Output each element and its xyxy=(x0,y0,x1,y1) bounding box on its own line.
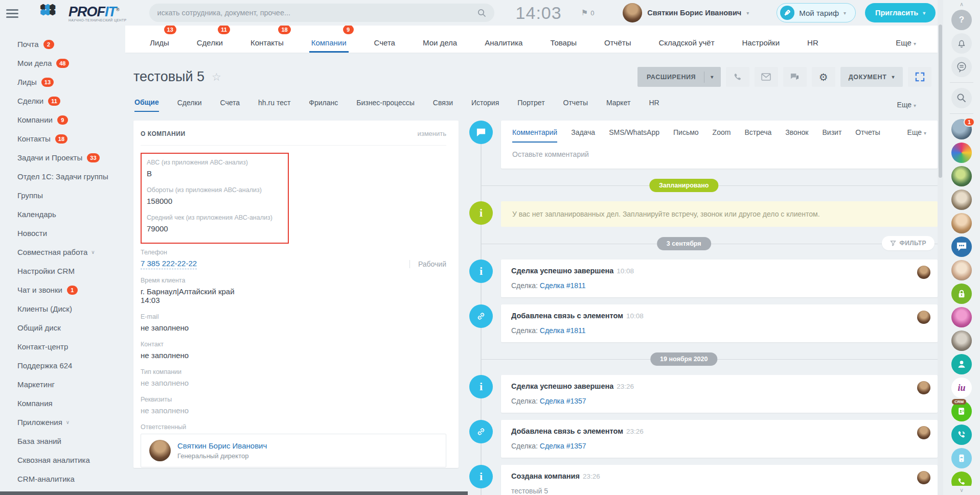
mobile-app-icon[interactable] xyxy=(951,448,972,468)
composer-more-button[interactable]: Еще ▾ xyxy=(907,128,926,143)
tab-складской-учёт[interactable]: Складской учёт xyxy=(658,38,714,53)
sidebar-item-crm-аналитика[interactable]: CRM-аналитика xyxy=(17,469,125,488)
tab-hr[interactable]: HR xyxy=(807,38,818,53)
help-icon[interactable]: ? xyxy=(951,10,972,30)
sidebar-item-отдел-1с-задачи-группы[interactable]: Отдел 1С: Задачи группы xyxy=(17,167,125,186)
entity-tab-общие[interactable]: Общие xyxy=(134,98,159,112)
employee-avatar[interactable] xyxy=(951,260,972,280)
document-button[interactable]: ДОКУМЕНТ ▾ xyxy=(840,67,903,87)
sidebar-item-поддержка-624[interactable]: Поддержка 624 xyxy=(17,356,125,375)
tab-аналитика[interactable]: Аналитика xyxy=(485,38,522,53)
sidebar-item-мои-дела[interactable]: Мои дела48 xyxy=(17,54,125,73)
sidebar-item-задачи-и-проекты[interactable]: Задачи и Проекты33 xyxy=(17,148,125,167)
entity-tab-hh-ru-тест[interactable]: hh.ru тест xyxy=(258,99,290,111)
employee-avatar[interactable] xyxy=(951,213,972,233)
composer-tab-звонок[interactable]: Звонок xyxy=(785,128,808,143)
entity-tab-связи[interactable]: Связи xyxy=(433,99,453,111)
comment-input[interactable]: Оставьте комментарий xyxy=(501,143,938,169)
entity-tab-отчеты[interactable]: Отчеты xyxy=(563,99,588,111)
group-chat-icon[interactable] xyxy=(951,237,972,257)
tab-сделки[interactable]: Сделки11 xyxy=(197,38,223,53)
sidebar-item-чат-и-звонки[interactable]: Чат и звонки1 xyxy=(17,280,125,299)
private-chat-icon[interactable] xyxy=(951,284,972,304)
sidebar-item-база-знаний[interactable]: База знаний xyxy=(17,432,125,451)
plan-flag[interactable]: ⚑ 0 xyxy=(581,8,595,17)
settings-gear-button[interactable]: ⚙ xyxy=(812,67,835,87)
sidebar-item-сделки[interactable]: Сделки11 xyxy=(17,91,125,110)
sidebar-item-настройки-crm[interactable]: Настройки CRM xyxy=(17,262,125,280)
composer-tab-отчеты[interactable]: Отчеты xyxy=(855,128,880,143)
nav-more-button[interactable]: Еще ▾ xyxy=(896,38,916,53)
favorite-star-icon[interactable]: ☆ xyxy=(212,71,221,83)
extensions-button[interactable]: РАСШИРЕНИЯ ▾ xyxy=(637,67,721,87)
sidebar-item-клиенты-диск-[interactable]: Клиенты (Диск) xyxy=(17,299,125,318)
crm-app-icon[interactable]: CRM xyxy=(951,401,972,421)
invite-button[interactable]: Пригласить ▾ xyxy=(865,3,936,22)
menu-burger-icon[interactable] xyxy=(6,7,18,20)
scroll-up-chevron-icon[interactable]: ∧ xyxy=(960,0,964,8)
sidebar-item-календарь[interactable]: Календарь xyxy=(17,205,125,224)
composer-tab-задача[interactable]: Задача xyxy=(571,128,595,143)
composer-tab-письмо[interactable]: Письмо xyxy=(673,128,699,143)
chat-button[interactable] xyxy=(783,67,807,87)
composer-tab-встреча[interactable]: Встреча xyxy=(744,128,771,143)
entity-tab-история[interactable]: История xyxy=(471,99,499,111)
global-search-input[interactable] xyxy=(157,9,477,17)
entity-tabs-more-button[interactable]: Еще ▾ xyxy=(897,101,916,109)
responsible-user-card[interactable]: Святкин Борис Иванович Генеральный дирек… xyxy=(141,434,446,467)
employee-avatar[interactable] xyxy=(951,143,972,163)
telephony-app-icon[interactable] xyxy=(951,425,972,445)
search-icon[interactable] xyxy=(951,88,972,108)
chat-history-icon[interactable] xyxy=(951,57,972,77)
tab-мои-дела[interactable]: Мои дела xyxy=(423,38,457,53)
entity-tab-фриланс[interactable]: Фриланс xyxy=(309,99,338,111)
entity-tab-сделки[interactable]: Сделки xyxy=(177,99,202,111)
filter-button[interactable]: ФИЛЬТР xyxy=(882,236,935,250)
call-button[interactable] xyxy=(726,67,749,87)
my-tariff-button[interactable]: Мой тариф ▾ xyxy=(777,3,856,22)
sidebar-item-совместная-работа[interactable]: Совместная работа∨ xyxy=(17,243,125,262)
search-icon[interactable] xyxy=(477,9,486,17)
tab-компании[interactable]: Компании9 xyxy=(311,38,347,53)
entity-tab-счета[interactable]: Счета xyxy=(220,99,240,111)
deal-link[interactable]: Сделка #1357 xyxy=(540,442,586,450)
notifications-icon[interactable] xyxy=(951,33,972,54)
sidebar-item-общий-диск[interactable]: Общий диск xyxy=(17,318,125,337)
employee-avatar[interactable] xyxy=(951,190,972,210)
entity-tab-маркет[interactable]: Маркет xyxy=(606,99,630,111)
entity-tab-hr[interactable]: HR xyxy=(649,99,659,111)
scrollbar-thumb[interactable] xyxy=(939,25,942,178)
global-search[interactable] xyxy=(149,4,494,22)
email-button[interactable] xyxy=(755,67,778,87)
responsible-name-link[interactable]: Святкин Борис Иванович xyxy=(177,441,267,450)
deal-link[interactable]: Сделка #1357 xyxy=(540,397,586,405)
scroll-down-chevron-icon[interactable]: ∨ xyxy=(943,486,980,494)
tab-товары[interactable]: Товары xyxy=(550,38,577,53)
fullscreen-button[interactable] xyxy=(908,67,931,87)
composer-tab-sms-whatsapp[interactable]: SMS/WhatsApp xyxy=(609,128,659,143)
tab-настройки[interactable]: Настройки xyxy=(742,38,780,53)
sidebar-item-почта[interactable]: Почта2 xyxy=(17,35,125,54)
sidebar-item-контакты[interactable]: Контакты18 xyxy=(17,129,125,148)
sidebar-item-контакт-центр[interactable]: Контакт-центр xyxy=(17,337,125,356)
employee-avatar[interactable] xyxy=(951,307,972,327)
tab-счета[interactable]: Счета xyxy=(374,38,395,53)
tab-контакты[interactable]: Контакты18 xyxy=(250,38,284,53)
profit-logo[interactable]: ⬢⬢⬢ ⬢⬢⬢ PROFIT® НАУЧНО-ТЕХНИЧЕСКИЙ ЦЕНТР xyxy=(40,4,127,22)
sidebar-item-компании[interactable]: Компании9 xyxy=(17,110,125,129)
sidebar-item-маркетинг[interactable]: Маркетинг xyxy=(17,375,125,394)
sidebar-item-приложения[interactable]: Приложения∨ xyxy=(17,413,125,432)
sidebar-item-компания[interactable]: Компания xyxy=(17,394,125,413)
composer-tab-визит[interactable]: Визит xyxy=(823,128,842,143)
tab-лиды[interactable]: Лиды13 xyxy=(150,38,169,53)
phone-number-link[interactable]: 7 385 222-22-22 xyxy=(141,259,197,269)
contacts-app-icon[interactable] xyxy=(951,354,972,374)
tab-отчёты[interactable]: Отчёты xyxy=(604,38,631,53)
deal-link[interactable]: Сделка #1811 xyxy=(540,326,586,335)
sidebar-item-лиды[interactable]: Лиды13 xyxy=(17,73,125,91)
iu-app-icon[interactable]: iu xyxy=(951,378,972,398)
sidebar-item-сквозная-аналитика[interactable]: Сквозная аналитика xyxy=(17,451,125,469)
composer-tab-zoom[interactable]: Zoom xyxy=(713,128,731,143)
vertical-scrollbar[interactable] xyxy=(938,0,943,495)
employee-avatar[interactable] xyxy=(951,166,972,186)
